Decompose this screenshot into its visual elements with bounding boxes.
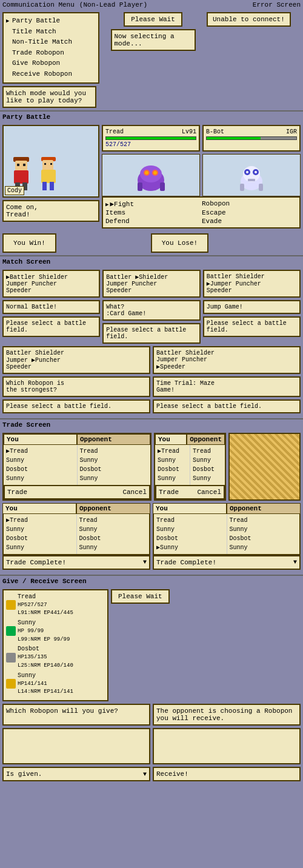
trade-complete-2: Trade Complete! ▼ bbox=[153, 555, 301, 570]
trade-opp-list-3: Tread Sunny Dosbot Sunny bbox=[77, 514, 150, 554]
menu-item-title-match[interactable]: Title Match bbox=[6, 27, 96, 38]
cancel-button-1[interactable]: Cancel bbox=[122, 489, 147, 496]
match-field-4: Please select a battle field. bbox=[2, 399, 150, 413]
gr-item-sunny2[interactable]: SunnyHP141/141L14:NRM EP141/141 bbox=[6, 672, 105, 696]
match-field-2: Please select a battle field. bbox=[102, 323, 200, 344]
bbot-hp-fill bbox=[207, 137, 261, 139]
match-panel-5: Battler Shielder Jumper Puncher ▶Speeder… bbox=[153, 346, 301, 413]
comm-menu-list: ▶ Party Battle Title Match Non-Title Mat… bbox=[2, 12, 99, 84]
gr-item-sunny1[interactable]: SunnyHP 99/99L99:NRM EP 99/99 bbox=[6, 619, 105, 643]
trainer-sprite bbox=[37, 157, 60, 190]
cancel-button-2[interactable]: Cancel bbox=[197, 489, 221, 496]
is-given-box: Is given. ▼ bbox=[2, 767, 150, 781]
dosbot-icon bbox=[6, 653, 16, 663]
evade-option[interactable]: Evade bbox=[202, 218, 297, 225]
match-mode-1: Normal Battle! bbox=[2, 300, 100, 314]
svg-rect-21 bbox=[160, 182, 165, 191]
fight-option[interactable]: ▶Fight bbox=[105, 200, 201, 208]
svg-rect-4 bbox=[14, 170, 28, 184]
svg-point-27 bbox=[255, 171, 257, 173]
sunny1-info: SunnyHP 99/99L99:NRM EP 99/99 bbox=[18, 619, 70, 643]
svg-rect-30 bbox=[259, 184, 263, 191]
sunny2-info: SunnyHP141/141L14:NRM EP141/141 bbox=[18, 672, 73, 696]
svg-rect-9 bbox=[44, 163, 46, 165]
now-selecting-box: Now selecting a mode... bbox=[111, 29, 196, 51]
opponent-choosing-box: The opponent is choosing a Robopon you w… bbox=[153, 704, 301, 726]
trade-you-list-1: ▶Tread Sunny Dosbot Sunny bbox=[4, 445, 78, 485]
escape-option[interactable]: Escape bbox=[202, 209, 297, 216]
battle-scene: Cody bbox=[2, 125, 99, 198]
svg-rect-3 bbox=[23, 164, 25, 166]
trade-you-header-1: You bbox=[4, 434, 77, 445]
you-lose-text: You Lose! bbox=[162, 239, 198, 247]
tread-hp-bar bbox=[105, 136, 196, 140]
trade-you-header-3: You bbox=[2, 503, 76, 514]
bbot-status: B-Bot IGR bbox=[202, 125, 301, 152]
tread-sprite-box bbox=[102, 154, 200, 196]
trade-opp-list-1: Tread Sunny Dosbot Sunny bbox=[78, 445, 151, 485]
bbot-hp-bar bbox=[206, 136, 297, 140]
battle-menu: ▶Fight Robopon Items Escape Defend Evade bbox=[102, 196, 301, 229]
match-mode-5: Time Trial: MazeGame! bbox=[153, 376, 301, 397]
which-give-text: Which Robopon will you give? bbox=[6, 707, 118, 715]
give-receive-section: Give / Receive Screen TreadHP527/527L91:… bbox=[0, 576, 303, 784]
bbot-name: B-Bot bbox=[206, 129, 224, 135]
menu-item-party-battle[interactable]: ▶ Party Battle bbox=[6, 16, 96, 27]
svg-rect-13 bbox=[50, 182, 54, 190]
trade-opp-list-4: Tread Sunny Dosbot Sunny bbox=[227, 514, 300, 554]
trade-screen-title: Trade Screen bbox=[0, 419, 303, 430]
defend-option[interactable]: Defend bbox=[105, 218, 201, 225]
svg-rect-12 bbox=[42, 182, 47, 190]
trade-you-list-2: ▶Tread Sunny Dosbot Sunny bbox=[155, 445, 190, 485]
tread-level: Lv91 bbox=[182, 129, 196, 135]
svg-rect-20 bbox=[138, 182, 142, 191]
match-options-2: Battler ▶Shielder Jumper Puncher Speeder bbox=[102, 270, 200, 298]
trade-button-1[interactable]: Trade bbox=[7, 489, 27, 496]
menu-item-give[interactable]: Give Robopon bbox=[6, 58, 96, 69]
items-option[interactable]: Items bbox=[105, 209, 201, 216]
trade-complete-text-2: Trade Complete! bbox=[156, 559, 216, 566]
menu-item-receive[interactable]: Receive Robopon bbox=[6, 69, 96, 80]
trade-screen-section: Trade Screen You Opponent ▶Tread Sunny D… bbox=[0, 419, 303, 575]
tread-hp-fill bbox=[106, 137, 196, 139]
non-lead-label: (Non-Lead Player) bbox=[79, 1, 147, 8]
bbot-sprite-box bbox=[202, 154, 301, 196]
svg-rect-2 bbox=[17, 164, 19, 166]
gr-item-dosbot[interactable]: DosbotHP135/135L25:NRM EP140/140 bbox=[6, 645, 105, 669]
player-cody-sprite bbox=[10, 157, 33, 190]
menu-item-non-title[interactable]: Non-Title Match bbox=[6, 37, 96, 48]
gr-please-wait-button[interactable]: Please Wait bbox=[111, 589, 170, 604]
trade-complete-panel-1-wrapper: You Opponent ▶Tread Sunny Dosbot Sunny T… bbox=[2, 503, 150, 570]
you-win-text: You Win! bbox=[13, 239, 45, 247]
trade-you-header-2: You bbox=[155, 434, 187, 445]
is-given-arrow: ▼ bbox=[143, 771, 147, 778]
tread-exclaim-text: Tread! bbox=[6, 211, 30, 218]
trade-complete-panel-2-wrapper: You Opponent Tread Sunny Dosbot ▶Sunny T… bbox=[153, 503, 301, 570]
robopon-option[interactable]: Robopon bbox=[202, 200, 297, 208]
match-mode-2: What?:Card Game! bbox=[102, 300, 200, 321]
please-wait-button[interactable]: Please Wait bbox=[124, 12, 182, 27]
trade-opp-header-1: Opponent bbox=[77, 434, 150, 445]
trade-you-list-4: Tread Sunny Dosbot ▶Sunny bbox=[154, 514, 227, 554]
trade-opp-header-3: Opponent bbox=[76, 503, 150, 514]
sunny2-icon bbox=[6, 679, 16, 689]
match-field-3: Please select a battle field. bbox=[203, 316, 301, 337]
svg-point-18 bbox=[145, 171, 148, 175]
match-panel-2: Battler ▶Shielder Jumper Puncher Speeder… bbox=[102, 270, 200, 344]
gr-item-tread[interactable]: TreadHP527/527L91:NRM EP441/445 bbox=[6, 593, 105, 617]
match-field-5: Please select a battle field. bbox=[153, 399, 301, 413]
menu-item-trade[interactable]: Trade Robopon bbox=[6, 48, 96, 59]
trade-hatched-area-1 bbox=[228, 433, 301, 501]
dialogue-box: Come on, Tread! bbox=[2, 200, 99, 222]
match-screen-section: Match Screen ▶Battler Shielder Jumper Pu… bbox=[0, 256, 303, 418]
trade-actions-1: Trade Cancel bbox=[4, 485, 150, 499]
trade-button-2[interactable]: Trade bbox=[159, 489, 179, 496]
bbot-tag: IGR bbox=[286, 129, 297, 135]
trade-complete-1: Trade Complete! ▼ bbox=[2, 555, 150, 570]
which-mode-text: Which mode would you like to play today? bbox=[6, 90, 86, 104]
come-on-text: Come on, bbox=[6, 204, 38, 211]
match-mode-4: Which Robopon isthe strongest? bbox=[2, 376, 150, 397]
match-panel-3: Battler Shielder ▶Jumper Puncher Speeder… bbox=[203, 270, 301, 344]
match-mode-3: Jump Game! bbox=[203, 300, 301, 314]
party-battle-title: Party Battle bbox=[0, 112, 303, 122]
